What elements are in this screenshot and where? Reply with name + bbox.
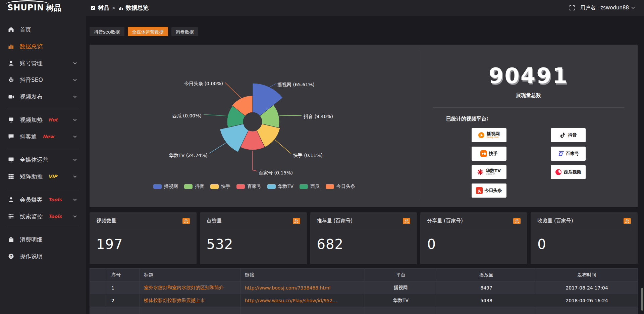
platform-name: 华数TV [486, 168, 501, 173]
pie-label-抖音: 抖音 (9.40%) [304, 114, 333, 119]
sidebar-item-会员爆客[interactable]: 会员爆客Tools [0, 191, 86, 208]
logo-arc [6, 0, 49, 4]
column-header-链接: 链接 [241, 269, 365, 281]
scrollbar-thumb[interactable] [641, 288, 643, 311]
total-badge: 总 [513, 218, 521, 224]
sidebar-item-label: 视频加热 [20, 116, 43, 124]
sidebar-item-线索监控[interactable]: 线索监控Tools [0, 208, 86, 225]
fullscreen-icon[interactable] [569, 5, 575, 11]
sidebar-item-badge: Tools [48, 214, 62, 219]
legend-label: 抖音 [195, 184, 204, 190]
username-label: 用户名：zswodun88 [580, 5, 629, 11]
stat-card-视频数量: 视频数量总197 [90, 212, 197, 264]
stat-card-title: 分享量 (百家号) [427, 218, 463, 224]
total-impressions-label: 展现量总数 [516, 92, 541, 99]
svg-text:百: 百 [558, 151, 564, 157]
xigua-icon [555, 169, 562, 175]
cell-plays: 5438 [437, 294, 536, 307]
column-header-标题: 标题 [140, 269, 241, 281]
sidebar-item-抖客通[interactable]: 抖客通New [0, 128, 86, 145]
sidebar-item-全媒体运营[interactable]: 全媒体运营 [0, 151, 86, 168]
legend-item-快手[interactable]: 快手 [210, 184, 230, 190]
sidebar-divider [7, 108, 78, 108]
tab-全媒体运营数据[interactable]: 全媒体运营数据 [128, 27, 168, 36]
boosj-icon [478, 132, 485, 139]
heat-icon [8, 117, 15, 123]
pie-label-line [225, 83, 241, 98]
legend-item-百家号[interactable]: 百家号 [236, 184, 261, 190]
cell-link[interactable]: http://www.boosj.com/7338468.html [241, 281, 365, 294]
chevron-down-icon [73, 135, 77, 139]
stat-card-value: 0 [427, 237, 521, 252]
summary-panel: 90491 展现量总数 已统计的视频平台: 播视网boosj.com快手华数TV… [419, 45, 638, 207]
sidebar-item-label: 消费明细 [20, 236, 43, 244]
chevron-down-icon [73, 118, 77, 122]
total-badge: 总 [182, 218, 190, 224]
sidebar-item-抖音SEO[interactable]: 抖音SEO [0, 71, 86, 88]
pie-label-今日头条: 今日头条 (0.00%) [184, 81, 223, 86]
cell-title[interactable]: 室外水纹灯和室内水纹灯的区别和简介 [140, 281, 241, 294]
sidebar-item-矩阵助推[interactable]: 矩阵助推VIP [0, 168, 86, 185]
tab-bar: 抖音seo数据全媒体运营数据询盘数据 [90, 27, 638, 36]
cell-title[interactable]: 楼体投影灯投影效果震撼上市 [140, 294, 241, 307]
tab-询盘数据[interactable]: 询盘数据 [171, 27, 198, 36]
sidebar-item-操作说明[interactable]: ?操作说明 [0, 248, 86, 265]
stat-card-title: 点赞量 [207, 218, 222, 224]
pie-label-播视网: 播视网 (65.61%) [277, 82, 315, 87]
legend-swatch [326, 184, 334, 189]
sidebar-item-数据总览[interactable]: 数据总览 [0, 38, 86, 55]
stat-card-title: 视频数量 [96, 218, 116, 224]
cell-link[interactable]: http://www.wasu.cn/Play/show/id/952... [241, 294, 365, 307]
sidebar: 首页数据总览账号管理抖音SEO视频发布视频加热Hot抖客通New全媒体运营矩阵助… [0, 16, 86, 314]
platform-badge-百家号: 百百家号 [551, 147, 586, 161]
total-badge: 总 [403, 218, 410, 224]
question-icon: ? [8, 253, 15, 259]
sidebar-divider [7, 188, 78, 188]
stat-card-title: 推荐量 (百家号) [317, 218, 353, 224]
chart-legend: 播视网抖音快手百家号华数TV西瓜今日头条 [90, 184, 419, 190]
sidebar-item-视频发布[interactable]: 视频发布 [0, 88, 86, 105]
pie-label-华数TV: 华数TV (24.74%) [169, 153, 208, 158]
platform-name: 快手 [489, 151, 498, 156]
legend-item-华数TV[interactable]: 华数TV [267, 184, 293, 190]
chat-icon [8, 134, 15, 140]
platform-column: 抖音百百家号西瓜视频 [551, 128, 586, 198]
app-logo: SHUPIN 树品 [0, 3, 86, 13]
breadcrumb-root[interactable]: 树品 [98, 4, 109, 12]
legend-item-西瓜[interactable]: 西瓜 [300, 184, 320, 190]
baijiahao-icon: 百 [557, 150, 564, 157]
table-row-partial [90, 307, 638, 314]
stat-card-value: 682 [317, 237, 411, 252]
user-menu[interactable]: 用户名：zswodun88 [580, 5, 635, 11]
videos-table: 序号标题链接平台播放量发布时间1室外水纹灯和室内水纹灯的区别和简介http://… [90, 268, 638, 314]
cell-time: 2018-04-26 16:24 [536, 294, 638, 307]
legend-item-今日头条[interactable]: 今日头条 [326, 184, 355, 190]
legend-item-播视网[interactable]: 播视网 [153, 184, 178, 190]
chevron-down-icon [73, 95, 77, 99]
kuaishou-icon [480, 150, 487, 157]
sidebar-item-label: 抖音SEO [20, 76, 43, 84]
sidebar-item-label: 数据总览 [20, 43, 43, 50]
sidebar-item-badge: Tools [48, 197, 62, 202]
column-header-平台: 平台 [365, 269, 437, 281]
sidebar-item-账号管理[interactable]: 账号管理 [0, 55, 86, 71]
sidebar-item-label: 首页 [20, 26, 31, 34]
legend-label: 今日头条 [336, 184, 355, 190]
platform-badge-今日头条: 头今日头条 [472, 184, 506, 198]
sidebar-item-label: 操作说明 [20, 253, 43, 260]
platform-name: 西瓜视频 [564, 170, 581, 174]
sidebar-item-消费明细[interactable]: 消费明细 [0, 231, 86, 248]
tab-抖音seo数据[interactable]: 抖音seo数据 [90, 27, 124, 36]
column-header-序号: 序号 [107, 269, 140, 281]
sidebar-item-视频加热[interactable]: 视频加热Hot [0, 111, 86, 128]
table-row: 1室外水纹灯和室内水纹灯的区别和简介http://www.boosj.com/7… [90, 281, 638, 294]
legend-item-抖音[interactable]: 抖音 [184, 184, 204, 190]
svg-text:?: ? [10, 254, 12, 258]
cell-platform: 播视网 [365, 281, 437, 294]
chevron-down-icon [73, 174, 77, 179]
sidebar-item-首页[interactable]: 首页 [0, 21, 86, 38]
videos-table-wrap: 序号标题链接平台播放量发布时间1室外水纹灯和室内水纹灯的区别和简介http://… [90, 268, 638, 314]
video-icon [8, 94, 15, 100]
sidebar-item-label: 线索监控 [20, 213, 43, 220]
chevron-down-icon [73, 158, 77, 162]
